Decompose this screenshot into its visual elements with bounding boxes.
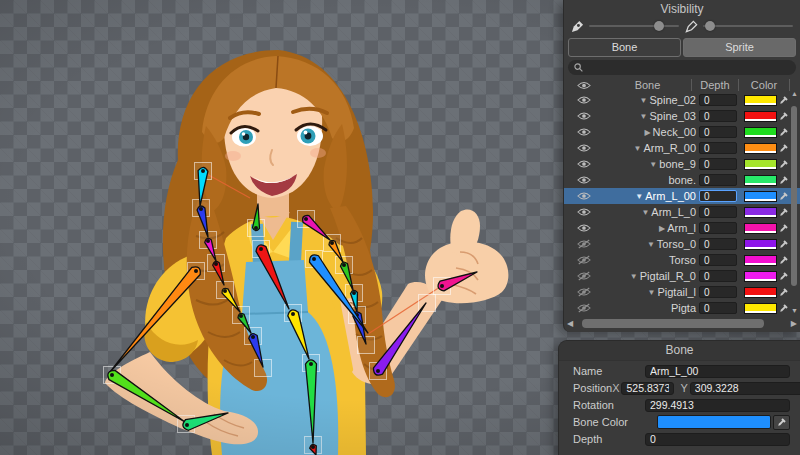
expand-triangle-icon[interactable]: ▼ (634, 144, 642, 153)
search-field[interactable] (568, 60, 796, 75)
bone-origin-dot[interactable] (342, 263, 346, 267)
bone-opacity-slider[interactable] (571, 20, 679, 33)
position-y-input[interactable] (690, 382, 800, 395)
expand-triangle-icon[interactable]: ▼ (630, 272, 638, 281)
visibility-toggle[interactable] (564, 191, 604, 201)
depth-field[interactable]: 0 (699, 158, 737, 170)
bone-handle[interactable] (438, 272, 477, 291)
bone-origin-dot[interactable] (214, 262, 218, 266)
bone-row-Torso_0[interactable]: ▼Torso_00 (564, 236, 800, 252)
rotation-input[interactable] (645, 399, 790, 412)
visibility-toggle[interactable] (564, 303, 604, 313)
scroll-right-icon[interactable]: ▶ (791, 317, 797, 330)
expand-triangle-icon[interactable]: ▼ (649, 160, 657, 169)
hscroll-track[interactable] (576, 319, 788, 328)
bone-origin-dot[interactable] (259, 247, 263, 251)
bone-row-Pigtail_l[interactable]: ▼Pigtail_l0 (564, 284, 800, 300)
header-depth[interactable]: Depth (691, 79, 738, 91)
eyedropper-button[interactable] (777, 255, 791, 265)
bone-origin-dot[interactable] (239, 314, 243, 318)
visibility-toggle[interactable] (564, 287, 604, 297)
eyedropper-button[interactable] (777, 303, 791, 313)
slider-track[interactable] (703, 25, 793, 27)
bone-row-Neck_00[interactable]: ▶Neck_000 (564, 124, 800, 140)
depth-field[interactable]: 0 (699, 94, 737, 106)
eyedropper-button[interactable] (777, 143, 791, 153)
bone-origin-dot[interactable] (376, 369, 380, 373)
eyedropper-button[interactable] (777, 95, 791, 105)
tab-bone[interactable]: Bone (568, 38, 681, 57)
horizontal-scrollbar[interactable]: ◀ ▶ (564, 317, 800, 330)
visibility-toggle[interactable] (564, 143, 604, 153)
bone-row-Pigta[interactable]: Pigta0 (564, 300, 800, 316)
bone-origin-dot[interactable] (251, 335, 255, 339)
bone-origin-dot[interactable] (352, 291, 356, 295)
bone-color-swatch[interactable] (657, 415, 771, 429)
search-input[interactable] (587, 61, 790, 74)
depth-input[interactable] (645, 433, 790, 446)
bone-color-swatch[interactable] (744, 239, 777, 250)
scroll-down-icon[interactable]: ▼ (790, 307, 799, 315)
vscroll-thumb[interactable] (791, 106, 797, 286)
bone-row-Pigtail_R_0[interactable]: ▼Pigtail_R_00 (564, 268, 800, 284)
depth-field[interactable]: 0 (699, 126, 737, 138)
name-input[interactable] (645, 365, 790, 378)
color-eyedropper-button[interactable] (773, 415, 790, 430)
bone-row-Spine_02[interactable]: ▼Spine_020 (564, 92, 800, 108)
bone-origin-dot[interactable] (199, 207, 203, 211)
scroll-up-icon[interactable]: ▲ (790, 90, 799, 98)
eyedropper-button[interactable] (777, 191, 791, 201)
joint-selection-box[interactable] (255, 360, 272, 377)
bone-color-swatch[interactable] (744, 287, 777, 298)
bone-origin-dot[interactable] (201, 169, 205, 173)
bone-handle[interactable] (110, 267, 200, 372)
header-color[interactable]: Color (738, 79, 790, 91)
bone-color-swatch[interactable] (744, 271, 777, 282)
depth-field[interactable]: 0 (699, 238, 737, 250)
bone-handle[interactable] (108, 370, 185, 422)
bone-handle[interactable] (288, 310, 309, 359)
depth-field[interactable]: 0 (699, 270, 737, 282)
bone-color-swatch[interactable] (744, 127, 777, 138)
bone-handle[interactable] (306, 360, 317, 443)
bone-origin-dot[interactable] (194, 269, 198, 273)
header-bone[interactable]: Bone (604, 79, 691, 91)
eyedropper-button[interactable] (777, 223, 791, 233)
slider-handle[interactable] (654, 21, 664, 31)
bone-row-Spine_03[interactable]: ▼Spine_030 (564, 108, 800, 124)
bone-origin-dot[interactable] (110, 373, 114, 377)
depth-field[interactable]: 0 (699, 206, 737, 218)
bone-origin-dot[interactable] (311, 445, 315, 449)
vertical-scrollbar[interactable]: ▲ ▼ (790, 90, 799, 315)
bone-origin-dot[interactable] (330, 241, 334, 245)
eyedropper-button[interactable] (777, 159, 791, 169)
depth-field[interactable]: 0 (699, 142, 737, 154)
joint-selection-box[interactable] (358, 337, 375, 354)
eyedropper-button[interactable] (777, 111, 791, 121)
header-eye-icon[interactable] (564, 81, 604, 90)
bone-color-swatch[interactable] (744, 175, 777, 186)
collapsed-triangle-icon[interactable]: ▶ (644, 128, 650, 137)
sprite-opacity-slider[interactable] (685, 20, 793, 33)
scroll-left-icon[interactable]: ◀ (567, 317, 573, 330)
bone-origin-dot[interactable] (312, 257, 316, 261)
bone-color-swatch[interactable] (744, 191, 777, 202)
bone-color-swatch[interactable] (744, 207, 777, 218)
bone-color-swatch[interactable] (744, 303, 777, 314)
bone-origin-dot[interactable] (206, 239, 210, 243)
bone-row-Arm_l[interactable]: ▶Arm_l0 (564, 220, 800, 236)
bone-row-Arm_R_00[interactable]: ▼Arm_R_000 (564, 140, 800, 156)
depth-field[interactable]: 0 (699, 286, 737, 298)
visibility-toggle[interactable] (564, 207, 604, 217)
expand-triangle-icon[interactable]: ▼ (640, 96, 648, 105)
visibility-toggle[interactable] (564, 255, 604, 265)
visibility-toggle[interactable] (564, 271, 604, 281)
bone-color-swatch[interactable] (744, 159, 777, 170)
visibility-toggle[interactable] (564, 223, 604, 233)
visibility-toggle[interactable] (564, 127, 604, 137)
depth-field[interactable]: 0 (699, 174, 737, 186)
depth-field[interactable]: 0 (699, 190, 737, 202)
bone-color-swatch[interactable] (744, 223, 777, 234)
bone-origin-dot[interactable] (223, 289, 227, 293)
eyedropper-button[interactable] (777, 239, 791, 249)
